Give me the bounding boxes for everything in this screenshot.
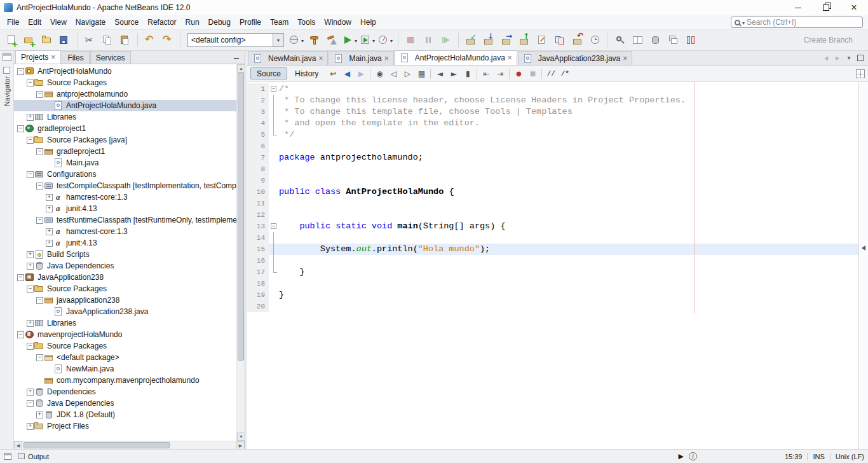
tree-toggle-icon[interactable] — [17, 329, 25, 340]
dropdown-arrow-icon[interactable] — [371, 36, 376, 45]
tree-node[interactable]: JavaApplication238 — [14, 272, 236, 283]
scrollbar-thumb[interactable] — [238, 73, 244, 361]
code-line[interactable]: 3 * To change this template file, choose… — [247, 106, 858, 118]
pause-button[interactable] — [420, 32, 437, 49]
tree-toggle-icon[interactable] — [36, 146, 44, 157]
maximize-editor-icon[interactable] — [855, 53, 865, 63]
tree-toggle-icon[interactable] — [26, 283, 34, 294]
fold-indicator[interactable] — [269, 244, 279, 255]
code-line[interactable]: 19 } — [247, 289, 858, 301]
fold-indicator[interactable] — [269, 221, 279, 232]
tree-node[interactable]: AntProjectHolaMundo — [14, 66, 236, 77]
code-line[interactable]: 4 * and open the template in the editor. — [247, 118, 858, 129]
scrollbar-track[interactable] — [22, 441, 236, 449]
source-view-button[interactable]: Source — [250, 67, 287, 79]
panel-tab[interactable]: Projects — [15, 50, 61, 64]
panel-tab[interactable]: Files — [62, 51, 89, 64]
profile-button[interactable] — [377, 32, 394, 49]
tree-toggle-icon[interactable] — [26, 420, 34, 432]
git-update-button[interactable] — [480, 32, 497, 49]
tab-list-dropdown-icon[interactable] — [844, 53, 854, 63]
fold-indicator[interactable] — [269, 106, 279, 118]
diff-view-button[interactable] — [630, 32, 646, 49]
tree-node[interactable]: com.mycompany.mavenprojectholamundo — [14, 375, 236, 386]
save-all-button[interactable] — [57, 32, 73, 49]
code-line[interactable]: 15 System.out.println("Hola mundo"); — [247, 244, 858, 255]
menu-item[interactable]: Window — [320, 16, 356, 29]
redo-button[interactable] — [159, 32, 176, 49]
fold-indicator[interactable] — [269, 186, 279, 198]
close-window-icon[interactable] — [840, 0, 868, 15]
find-previous-button[interactable]: ◁ — [386, 67, 400, 80]
fold-indicator[interactable] — [269, 209, 279, 221]
tree-node[interactable]: Dependencies — [14, 386, 236, 397]
close-tab-icon[interactable] — [318, 54, 323, 63]
menu-item[interactable]: Profile — [235, 16, 266, 29]
fold-indicator[interactable] — [269, 301, 279, 312]
tree-toggle-icon[interactable] — [36, 214, 44, 226]
start-macro-button[interactable]: ● — [512, 67, 526, 80]
code-line[interactable]: 10 public class AntProjectHolaMundo { — [247, 186, 858, 198]
scrollbar-track[interactable] — [237, 73, 245, 432]
fold-indicator[interactable] — [269, 232, 279, 244]
search-scope-dropdown-icon[interactable] — [742, 18, 745, 27]
close-tab-icon[interactable] — [51, 53, 55, 62]
clean-build-button[interactable] — [324, 32, 341, 49]
tree-node[interactable]: NewMain.java — [14, 363, 236, 375]
tree-node[interactable]: JavaApplication238.java — [14, 306, 236, 317]
code-line[interactable]: 14 — [247, 232, 858, 244]
tree-node[interactable]: Project Files — [14, 420, 236, 432]
fold-indicator[interactable] — [269, 163, 279, 175]
git-checkout-button[interactable] — [498, 32, 515, 49]
comment-button[interactable]: // — [544, 67, 558, 80]
next-bookmark-button[interactable]: ► — [447, 67, 461, 80]
tree-toggle-icon[interactable] — [17, 272, 25, 283]
fold-indicator[interactable] — [269, 266, 279, 278]
toggle-bookmark-button[interactable]: ▮ — [461, 67, 475, 80]
editor-tab[interactable]: NewMain.java — [248, 51, 328, 65]
line-ending-indicator[interactable]: Unix (LF) — [836, 453, 864, 460]
tree-toggle-icon[interactable] — [45, 100, 53, 111]
tree-toggle-icon[interactable] — [45, 157, 53, 169]
split-editor-icon[interactable] — [856, 69, 865, 78]
code-line[interactable]: 2 * To change this license header, choos… — [247, 95, 858, 106]
tree-toggle-icon[interactable] — [36, 409, 44, 420]
git-history-button[interactable] — [587, 32, 604, 49]
debug-button[interactable] — [360, 32, 376, 49]
uncomment-button[interactable]: /* — [558, 67, 572, 80]
fold-indicator[interactable] — [269, 141, 279, 152]
dock-window-icon[interactable] — [4, 453, 11, 460]
scroll-tabs-left-icon[interactable] — [821, 53, 831, 63]
copy-button[interactable] — [99, 32, 116, 49]
dock-window-icon[interactable] — [3, 53, 11, 61]
tree-horizontal-scrollbar[interactable] — [14, 441, 245, 449]
minimize-window-icon[interactable] — [784, 0, 812, 15]
menu-item[interactable]: View — [46, 16, 71, 29]
tree-node[interactable]: Java Dependencies — [14, 260, 236, 272]
tree-node[interactable]: Main.java — [14, 157, 236, 169]
tree-node[interactable]: Source Packages — [14, 283, 236, 294]
fold-indicator[interactable] — [269, 255, 279, 266]
tree-toggle-icon[interactable] — [17, 123, 25, 134]
archive-button[interactable] — [648, 32, 664, 49]
navigator-minimized-tab[interactable]: Navigator — [3, 66, 11, 106]
build-button[interactable] — [306, 32, 323, 49]
tree-node[interactable]: gradleproject1 — [14, 123, 236, 134]
tree-node[interactable]: junit:4.13 — [14, 237, 236, 249]
tree-toggle-icon[interactable] — [26, 77, 34, 88]
fold-indicator[interactable] — [269, 278, 279, 289]
tree-node[interactable]: JDK 1.8 (Default) — [14, 409, 236, 420]
fold-indicator[interactable] — [269, 129, 279, 141]
git-push-button[interactable] — [516, 32, 532, 49]
fold-indicator[interactable] — [269, 118, 279, 129]
tree-toggle-icon[interactable] — [36, 88, 44, 100]
code-line[interactable]: 11 — [247, 198, 858, 209]
tree-node[interactable]: hamcrest-core:1.3 — [14, 226, 236, 237]
tree-vertical-scrollbar[interactable] — [236, 64, 245, 441]
menu-item[interactable]: Help — [356, 16, 381, 29]
code-line[interactable]: 6 — [247, 141, 858, 152]
tree-toggle-icon[interactable] — [36, 375, 44, 386]
editor-toolbar-button[interactable] — [370, 69, 370, 79]
error-stripe[interactable] — [858, 82, 868, 449]
notifications-icon[interactable] — [689, 452, 697, 460]
